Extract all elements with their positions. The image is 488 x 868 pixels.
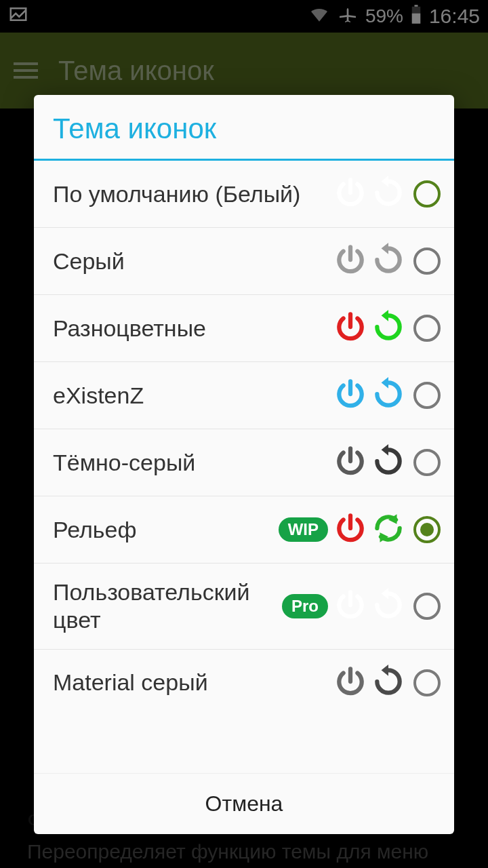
svg-marker-12 <box>382 665 388 676</box>
svg-marker-8 <box>382 444 388 456</box>
theme-option-label: По умолчанию (Белый) <box>53 180 333 208</box>
restart-icon <box>371 444 405 481</box>
restart-icon <box>371 665 405 701</box>
theme-option-label: Тёмно-серый <box>53 449 333 477</box>
theme-preview-icons <box>333 377 405 414</box>
badge: WIP <box>279 517 328 542</box>
theme-preview-icons <box>333 243 405 279</box>
theme-option-row[interactable]: eXistenZ <box>34 362 454 429</box>
theme-option-label: Серый <box>53 248 333 275</box>
power-icon <box>333 511 367 548</box>
theme-option-label: Пользовательский цвет <box>53 578 282 634</box>
restart-icon <box>371 243 405 279</box>
badge: Pro <box>282 594 328 618</box>
theme-option-label: Разноцветные <box>53 315 333 342</box>
theme-option-row[interactable]: Тёмно-серый <box>34 429 454 496</box>
radio-button[interactable] <box>413 449 441 476</box>
theme-option-row[interactable]: Пользовательский цветPro <box>34 564 454 650</box>
radio-button[interactable] <box>413 382 441 409</box>
theme-preview-icons <box>333 444 405 481</box>
sync-icon <box>371 511 405 548</box>
svg-marker-11 <box>382 588 388 599</box>
radio-button[interactable] <box>413 315 441 342</box>
radio-button[interactable] <box>413 248 441 275</box>
icon-theme-dialog: Тема иконок По умолчанию (Белый)СерыйРаз… <box>34 95 454 834</box>
svg-marker-5 <box>382 243 388 254</box>
theme-option-row[interactable]: Серый <box>34 228 454 295</box>
radio-button[interactable] <box>413 593 441 620</box>
dialog-list: По умолчанию (Белый)СерыйРазноцветныеeXi… <box>34 161 454 773</box>
theme-option-label: Material серый <box>53 669 333 696</box>
theme-preview-icons <box>333 665 405 701</box>
theme-option-row[interactable]: По умолчанию (Белый) <box>34 161 454 228</box>
cancel-button[interactable]: Отмена <box>34 773 454 834</box>
power-icon <box>333 176 367 212</box>
restart-icon <box>371 377 405 414</box>
theme-preview-icons <box>333 588 405 625</box>
power-icon <box>333 665 367 701</box>
theme-option-label: eXistenZ <box>53 382 333 410</box>
power-icon <box>333 588 367 625</box>
theme-preview-icons <box>333 310 405 347</box>
dialog-title: Тема иконок <box>34 95 454 161</box>
radio-button[interactable] <box>413 669 441 696</box>
power-icon <box>333 444 367 481</box>
power-icon <box>333 243 367 279</box>
power-icon <box>333 377 367 414</box>
restart-icon <box>371 176 405 212</box>
power-icon <box>333 310 367 347</box>
theme-option-label: Рельеф <box>53 516 279 544</box>
theme-option-row[interactable]: Разноцветные <box>34 295 454 362</box>
svg-marker-4 <box>382 176 388 187</box>
restart-icon <box>371 588 405 625</box>
radio-button[interactable] <box>413 516 441 543</box>
theme-preview-icons <box>333 511 405 548</box>
svg-marker-7 <box>382 377 388 389</box>
theme-option-row[interactable]: Material серый <box>34 650 454 716</box>
svg-marker-6 <box>382 310 388 321</box>
restart-icon <box>371 310 405 347</box>
radio-button[interactable] <box>413 180 441 208</box>
theme-option-row[interactable]: РельефWIP <box>34 496 454 564</box>
theme-preview-icons <box>333 176 405 212</box>
